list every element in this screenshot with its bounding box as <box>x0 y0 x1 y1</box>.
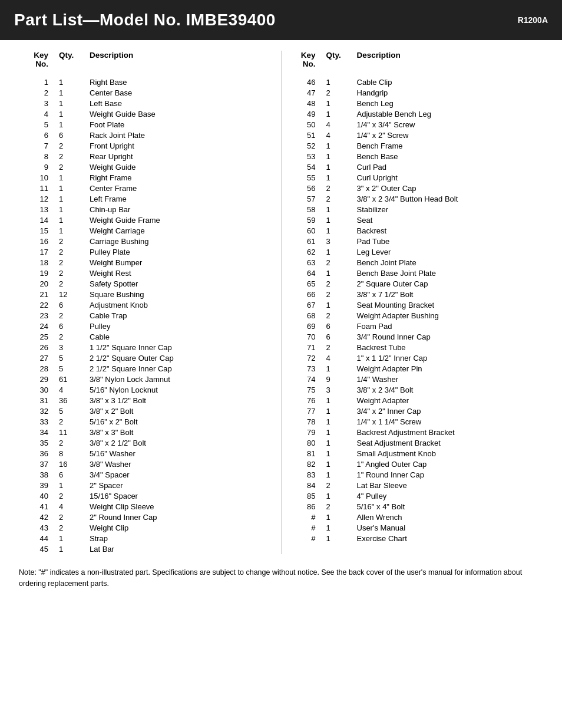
part-qty: 3 <box>326 237 357 246</box>
part-desc: Leg Lever <box>357 248 544 256</box>
part-desc: 4" Pulley <box>357 492 544 500</box>
table-row: 77 1 3/4" x 2" Inner Cap <box>286 406 544 416</box>
part-qty: 1 <box>326 428 357 437</box>
part-desc: Bench Base <box>357 152 544 161</box>
part-key: 67 <box>286 301 326 309</box>
part-key: 40 <box>19 492 59 500</box>
part-key: 33 <box>19 417 59 426</box>
part-desc: Weight Carriage <box>90 226 276 235</box>
part-qty: 2 <box>326 279 357 288</box>
table-row: 44 1 Strap <box>19 533 276 543</box>
part-qty: 1 <box>59 173 90 182</box>
part-key: 37 <box>19 460 59 469</box>
part-key: 53 <box>286 152 326 161</box>
part-key: 77 <box>286 407 326 416</box>
part-qty: 4 <box>326 131 357 140</box>
table-row: 38 6 3/4" Spacer <box>19 469 276 480</box>
part-desc: Backrest Adjustment Bracket <box>357 428 544 437</box>
part-qty: 1 <box>326 470 357 479</box>
part-qty: 2 <box>326 195 357 203</box>
part-qty: 2 <box>59 237 90 246</box>
part-qty: 61 <box>59 375 90 384</box>
part-desc: Weight Guide <box>90 163 276 172</box>
part-qty: 1 <box>59 195 90 203</box>
part-qty: 2 <box>59 152 90 161</box>
part-qty: 1 <box>326 407 357 416</box>
part-desc: 3/8" x 3 1/2" Bolt <box>90 396 276 405</box>
part-desc: Bench Joint Plate <box>357 258 544 267</box>
left-desc-header: Description <box>90 51 276 68</box>
part-desc: Left Frame <box>90 195 276 203</box>
part-qty: 2 <box>326 343 357 352</box>
part-key: 58 <box>286 205 326 214</box>
table-row: 58 1 Stabilizer <box>286 204 544 215</box>
table-row: 42 2 2" Round Inner Cap <box>19 512 276 522</box>
part-desc: Seat <box>357 216 544 225</box>
part-desc: Backrest Tube <box>357 343 544 352</box>
table-row: 37 16 3/8" Washer <box>19 459 276 469</box>
table-row: 48 1 Bench Leg <box>286 98 544 108</box>
table-row: 32 5 3/8" x 2" Bolt <box>19 406 276 416</box>
part-qty: 2 <box>326 258 357 267</box>
table-row: 49 1 Adjustable Bench Leg <box>286 108 544 119</box>
parts-table: Key No. Qty. Description 1 1 Right Base … <box>19 51 543 554</box>
table-row: 8 2 Rear Upright <box>19 151 276 162</box>
part-qty: 2 <box>59 332 90 341</box>
part-desc: Exercise Chart <box>357 534 544 543</box>
part-qty: 2 <box>59 269 90 278</box>
part-qty: 1 <box>59 226 90 235</box>
table-row: 85 1 4" Pulley <box>286 490 544 501</box>
part-key: 36 <box>19 449 59 458</box>
part-key: 73 <box>286 364 326 373</box>
part-qty: 1 <box>326 396 357 405</box>
table-row: 27 5 2 1/2" Square Outer Cap <box>19 353 276 363</box>
part-key: 64 <box>286 269 326 278</box>
part-qty: 1 <box>326 163 357 172</box>
part-key: # <box>286 534 326 543</box>
part-key: 21 <box>19 290 59 299</box>
part-key: 47 <box>286 88 326 97</box>
part-desc: 5/16" x 4" Bolt <box>357 502 544 511</box>
part-qty: 2 <box>59 163 90 172</box>
part-key: 13 <box>19 205 59 214</box>
table-row: # 1 Allen Wrench <box>286 512 544 522</box>
right-desc-header: Description <box>357 51 544 68</box>
part-key: 75 <box>286 386 326 394</box>
part-qty: 2 <box>59 417 90 426</box>
part-qty: 2 <box>326 311 357 320</box>
part-key: 7 <box>19 141 59 150</box>
table-row: 55 1 Curl Upright <box>286 172 544 183</box>
part-desc: 2 1/2" Square Inner Cap <box>90 364 276 373</box>
part-qty: 36 <box>59 396 90 405</box>
page-header: Part List—Model No. IMBE39400 R1200A <box>0 0 562 40</box>
part-key: 24 <box>19 322 59 331</box>
part-key: 78 <box>286 417 326 426</box>
table-row: 70 6 3/4" Round Inner Cap <box>286 331 544 342</box>
part-desc: 3/8" x 3" Bolt <box>90 428 276 437</box>
part-qty: 1 <box>326 269 357 278</box>
part-key: 41 <box>19 502 59 511</box>
part-qty: 1 <box>59 99 90 108</box>
part-qty: 11 <box>59 428 90 437</box>
table-row: 84 2 Lat Bar Sleeve <box>286 480 544 490</box>
part-key: 15 <box>19 226 59 235</box>
table-row: 47 2 Handgrip <box>286 87 544 98</box>
table-row: 28 5 2 1/2" Square Inner Cap <box>19 363 276 374</box>
right-qty-header: Qty. <box>326 51 357 68</box>
left-header-row: Key No. Qty. Description <box>19 51 276 71</box>
table-row: 75 3 3/8" x 2 3/4" Bolt <box>286 384 544 395</box>
part-key: 74 <box>286 375 326 384</box>
part-key: 2 <box>19 88 59 97</box>
part-key: 51 <box>286 131 326 140</box>
part-desc: 1/4" Washer <box>357 375 544 384</box>
part-qty: 1 <box>59 110 90 118</box>
table-row: 35 2 3/8" x 2 1/2" Bolt <box>19 437 276 448</box>
part-qty: 5 <box>59 407 90 416</box>
part-key: 54 <box>286 163 326 172</box>
part-desc: 2" Round Inner Cap <box>90 513 276 522</box>
part-key: 81 <box>286 449 326 458</box>
table-row: 40 2 15/16" Spacer <box>19 490 276 501</box>
part-desc: Weight Adapter Pin <box>357 364 544 373</box>
part-desc: 2" Spacer <box>90 481 276 490</box>
table-row: 13 1 Chin-up Bar <box>19 204 276 215</box>
